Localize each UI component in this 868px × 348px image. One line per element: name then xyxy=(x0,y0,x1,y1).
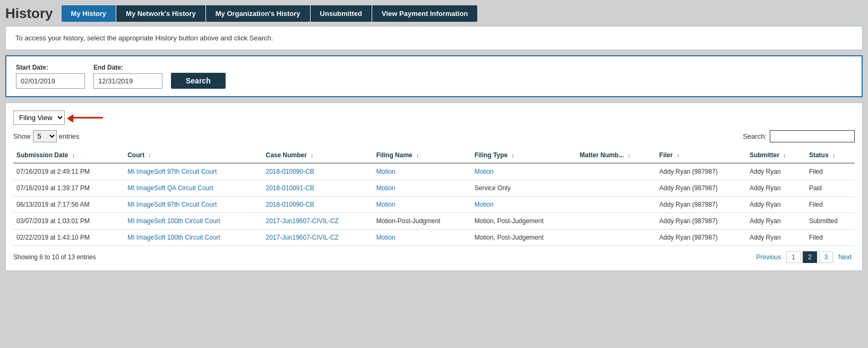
table-row: 02/22/2019 at 1:43:10 PMMI ImageSoft 100… xyxy=(13,230,855,246)
table-row: 07/16/2019 at 1:39:17 PMMI ImageSoft QA … xyxy=(13,180,855,197)
end-date-group: End Date: xyxy=(93,64,162,89)
table-cell: Addy Ryan (987987) xyxy=(656,163,746,180)
table-cell xyxy=(577,213,656,230)
arrow-indicator xyxy=(71,117,103,118)
table-cell: 07/16/2019 at 1:39:17 PM xyxy=(13,180,124,197)
table-cell[interactable]: Motion xyxy=(373,180,471,197)
sort-icon-court: ↕ xyxy=(149,152,151,158)
table-cell[interactable]: Motion xyxy=(471,197,577,213)
table-body: 07/16/2019 at 2:49:11 PMMI ImageSoft 97t… xyxy=(13,163,855,246)
showing-text: Showing 6 to 10 of 13 entries xyxy=(13,253,96,261)
info-text: To access your history, select the appro… xyxy=(15,34,273,42)
col-submission-date[interactable]: Submission Date ↕ xyxy=(13,148,124,163)
tab-view-payment[interactable]: View Payment Information xyxy=(372,5,477,22)
start-date-input[interactable] xyxy=(16,73,85,89)
next-button[interactable]: Next xyxy=(835,252,855,262)
table-cell[interactable]: 2018-010090-CB xyxy=(262,163,373,180)
header-section: History My History My Network's History … xyxy=(5,5,863,22)
sort-icon-submitter: ↕ xyxy=(783,152,786,158)
table-cell[interactable]: 2017-Jun19607-CIVIL-CZ xyxy=(262,230,373,246)
table-cell: Addy Ryan (987987) xyxy=(656,230,746,246)
table-cell xyxy=(577,163,656,180)
table-search-label: Search: xyxy=(743,132,767,140)
table-cell xyxy=(577,230,656,246)
tab-my-history[interactable]: My History xyxy=(62,5,116,22)
search-section: Start Date: End Date: Search xyxy=(5,55,863,97)
page-2-button[interactable]: 2 xyxy=(803,251,817,263)
table-cell[interactable]: 2017-Jun19607-CIVIL-CZ xyxy=(262,213,373,230)
table-cell: Motion, Post-Judgement xyxy=(471,230,577,246)
table-header-row: Submission Date ↕ Court ↕ Case Number ↕ … xyxy=(13,148,855,163)
table-row: 06/13/2019 at 7:17:56 AMMI ImageSoft 97t… xyxy=(13,197,855,213)
sort-icon-filing-type: ↕ xyxy=(512,152,514,158)
col-filing-name[interactable]: Filing Name ↕ xyxy=(373,148,471,163)
table-cell[interactable]: Motion xyxy=(373,230,471,246)
info-box: To access your history, select the appro… xyxy=(5,26,863,50)
previous-button[interactable]: Previous xyxy=(753,252,785,262)
tab-my-network-history[interactable]: My Network's History xyxy=(116,5,206,22)
col-submitter[interactable]: Submitter ↕ xyxy=(746,148,806,163)
col-matter-number[interactable]: Matter Numb... ↕ xyxy=(577,148,656,163)
table-cell: Filed xyxy=(806,197,855,213)
sort-icon-status: ↕ xyxy=(832,152,835,158)
table-cell[interactable]: MI ImageSoft 97th Circuit Court xyxy=(124,197,262,213)
table-cell[interactable]: MI ImageSoft 100th Circuit Court xyxy=(124,213,262,230)
table-section: Filing View Case View Show 5 10 25 50 en… xyxy=(5,103,863,271)
table-cell: 06/13/2019 at 7:17:56 AM xyxy=(13,197,124,213)
table-cell: Addy Ryan xyxy=(746,213,806,230)
table-cell: Motion-Post-Judgment xyxy=(373,213,471,230)
entries-label: entries xyxy=(59,132,80,140)
page-1-button[interactable]: 1 xyxy=(786,251,801,263)
table-cell[interactable]: MI ImageSoft 100th Circuit Court xyxy=(124,230,262,246)
tab-my-org-history[interactable]: My Organization's History xyxy=(206,5,311,22)
table-cell[interactable]: MI ImageSoft QA Circuit Court xyxy=(124,180,262,197)
data-table: Submission Date ↕ Court ↕ Case Number ↕ … xyxy=(13,148,855,246)
col-filer[interactable]: Filer ↕ xyxy=(656,148,746,163)
table-cell: Service Only xyxy=(471,180,577,197)
table-cell: Motion, Post-Judgement xyxy=(471,213,577,230)
table-cell: Submitted xyxy=(806,213,855,230)
table-cell: Paid xyxy=(806,180,855,197)
table-cell[interactable]: MI ImageSoft 97th Circuit Court xyxy=(124,163,262,180)
col-court[interactable]: Court ↕ xyxy=(124,148,262,163)
table-search: Search: xyxy=(743,130,855,142)
entries-select[interactable]: 5 10 25 50 xyxy=(33,130,57,142)
view-select[interactable]: Filing View Case View xyxy=(13,111,65,125)
table-cell: Addy Ryan (987987) xyxy=(656,213,746,230)
tab-unsubmitted[interactable]: Unsubmitted xyxy=(311,5,372,22)
end-date-input[interactable] xyxy=(93,73,162,89)
sort-icon-filing-name: ↕ xyxy=(416,152,419,158)
sort-icon-filer: ↕ xyxy=(676,152,679,158)
table-cell: Addy Ryan xyxy=(746,197,806,213)
table-cell[interactable]: 2018-010091-CB xyxy=(262,180,373,197)
table-cell: 02/22/2019 at 1:43:10 PM xyxy=(13,230,124,246)
table-row: 03/07/2019 at 1:03:01 PMMI ImageSoft 100… xyxy=(13,213,855,230)
table-cell: Filed xyxy=(806,230,855,246)
table-cell: Addy Ryan xyxy=(746,230,806,246)
table-cell: Addy Ryan xyxy=(746,163,806,180)
pagination: Previous 1 2 3 Next xyxy=(753,251,855,263)
col-case-number[interactable]: Case Number ↕ xyxy=(262,148,373,163)
table-cell[interactable]: Motion xyxy=(373,163,471,180)
page-title: History xyxy=(5,5,53,22)
table-search-input[interactable] xyxy=(770,130,855,142)
table-cell xyxy=(577,197,656,213)
start-date-group: Start Date: xyxy=(16,64,85,89)
sort-icon-submission-date: ↕ xyxy=(72,152,75,158)
show-entries: Show 5 10 25 50 entries xyxy=(13,130,80,142)
search-button[interactable]: Search xyxy=(171,73,226,89)
table-cell: 03/07/2019 at 1:03:01 PM xyxy=(13,213,124,230)
col-status[interactable]: Status ↕ xyxy=(806,148,855,163)
table-cell: Addy Ryan xyxy=(746,180,806,197)
table-controls: Show 5 10 25 50 entries Search: xyxy=(13,130,855,142)
table-cell[interactable]: 2018-010090-CB xyxy=(262,197,373,213)
sort-icon-case-number: ↕ xyxy=(311,152,313,158)
sort-icon-matter-number: ↕ xyxy=(628,152,630,158)
table-footer: Showing 6 to 10 of 13 entries Previous 1… xyxy=(13,251,855,263)
page-3-button[interactable]: 3 xyxy=(819,251,833,263)
table-cell[interactable]: Motion xyxy=(471,163,577,180)
col-filing-type[interactable]: Filing Type ↕ xyxy=(471,148,577,163)
table-row: 07/16/2019 at 2:49:11 PMMI ImageSoft 97t… xyxy=(13,163,855,180)
page-wrapper: History My History My Network's History … xyxy=(0,0,868,348)
table-cell[interactable]: Motion xyxy=(373,197,471,213)
